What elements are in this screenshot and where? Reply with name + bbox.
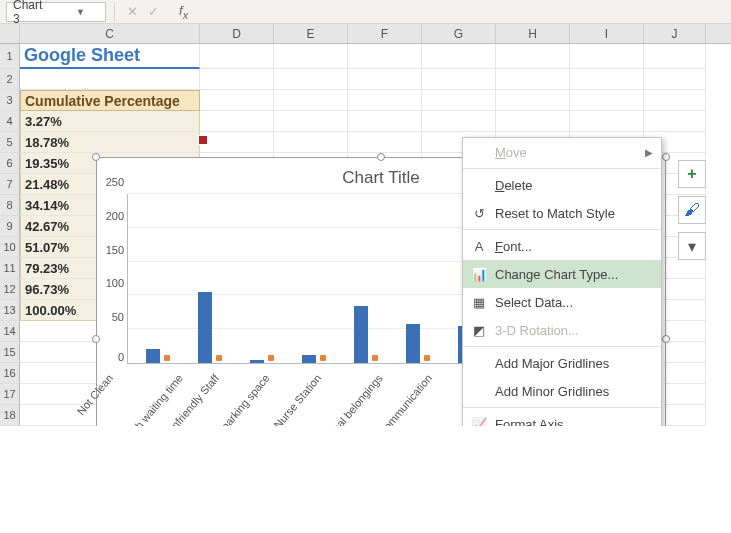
menu-format-axis[interactable]: 📈Format Axis... <box>463 410 661 426</box>
select-data-icon: ▦ <box>467 295 491 310</box>
chevron-down-icon[interactable]: ▼ <box>56 7 105 17</box>
data-cell[interactable]: 3.27% <box>20 111 200 132</box>
row-header[interactable]: 12 <box>0 279 20 300</box>
fx-icon[interactable]: fx <box>179 3 188 21</box>
row-header[interactable]: 3 <box>0 90 20 111</box>
formula-bar: Chart 3 ▼ ✕ ✓ fx <box>0 0 731 24</box>
col-header-j[interactable]: J <box>644 24 706 43</box>
menu-font[interactable]: AFont... <box>463 232 661 260</box>
plus-icon: + <box>687 165 696 183</box>
y-tick: 200 <box>106 210 128 222</box>
format-axis-icon: 📈 <box>467 417 491 427</box>
reset-icon: ↺ <box>467 206 491 221</box>
col-header-i[interactable]: I <box>570 24 644 43</box>
sheet-title[interactable]: Google Sheet <box>20 44 200 69</box>
row-header[interactable]: 13 <box>0 300 20 321</box>
row-header[interactable]: 10 <box>0 237 20 258</box>
y-tick: 250 <box>106 176 128 188</box>
funnel-icon: ▾ <box>688 237 696 256</box>
row-header[interactable]: 16 <box>0 363 20 384</box>
worksheet-grid[interactable]: 1 Google Sheet 2 3Cumulative Percentage … <box>0 44 731 426</box>
menu-add-major-gridlines[interactable]: Add Major Gridlines <box>463 349 661 377</box>
row-header[interactable]: 15 <box>0 342 20 363</box>
chart-filters-button[interactable]: ▾ <box>678 232 706 260</box>
name-box-value: Chart 3 <box>7 0 56 26</box>
name-box[interactable]: Chart 3 ▼ <box>6 2 106 22</box>
col-header-e[interactable]: E <box>274 24 348 43</box>
menu-reset[interactable]: ↺Reset to Match Style <box>463 199 661 227</box>
y-tick: 0 <box>118 351 128 363</box>
separator <box>114 2 115 22</box>
menu-add-minor-gridlines[interactable]: Add Minor Gridlines <box>463 377 661 405</box>
row-header[interactable]: 4 <box>0 111 20 132</box>
col-header-c[interactable]: C <box>20 24 200 43</box>
confirm-icon: ✓ <box>148 4 159 19</box>
y-tick: 50 <box>112 311 128 323</box>
chart-side-buttons: + 🖌 ▾ <box>678 160 706 260</box>
rotation-icon: ◩ <box>467 323 491 338</box>
column-header-cell[interactable]: Cumulative Percentage <box>20 90 200 111</box>
column-headers: C D E F G H I J <box>0 24 731 44</box>
col-header-f[interactable]: F <box>348 24 422 43</box>
y-tick: 150 <box>106 244 128 256</box>
chart-type-icon: 📊 <box>467 267 491 282</box>
menu-select-data[interactable]: ▦Select Data... <box>463 288 661 316</box>
row-header[interactable]: 8 <box>0 195 20 216</box>
menu-delete[interactable]: Delete <box>463 171 661 199</box>
data-cell[interactable]: 18.78% <box>20 132 200 153</box>
menu-change-chart-type[interactable]: 📊Change Chart Type... <box>463 260 661 288</box>
y-tick: 100 <box>106 277 128 289</box>
select-all-corner[interactable] <box>0 24 20 43</box>
row-header[interactable]: 18 <box>0 405 20 426</box>
brush-icon: 🖌 <box>684 201 700 219</box>
row-header[interactable]: 6 <box>0 153 20 174</box>
col-header-h[interactable]: H <box>496 24 570 43</box>
row-header[interactable]: 1 <box>0 44 20 69</box>
row-header[interactable]: 14 <box>0 321 20 342</box>
menu-move: Move▶ <box>463 138 661 166</box>
col-header-d[interactable]: D <box>200 24 274 43</box>
cancel-icon: ✕ <box>127 4 138 19</box>
row-header[interactable]: 9 <box>0 216 20 237</box>
chart-elements-button[interactable]: + <box>678 160 706 188</box>
font-icon: A <box>467 239 491 254</box>
row-header[interactable]: 11 <box>0 258 20 279</box>
row-header[interactable]: 2 <box>0 69 20 90</box>
row-header[interactable]: 7 <box>0 174 20 195</box>
row-header[interactable]: 17 <box>0 384 20 405</box>
col-header-g[interactable]: G <box>422 24 496 43</box>
context-menu: Move▶ Delete ↺Reset to Match Style AFont… <box>462 137 662 426</box>
row-header[interactable]: 5 <box>0 132 20 153</box>
formula-bar-buttons: ✕ ✓ <box>117 4 169 19</box>
chart-styles-button[interactable]: 🖌 <box>678 196 706 224</box>
menu-3d-rotation: ◩3-D Rotation... <box>463 316 661 344</box>
